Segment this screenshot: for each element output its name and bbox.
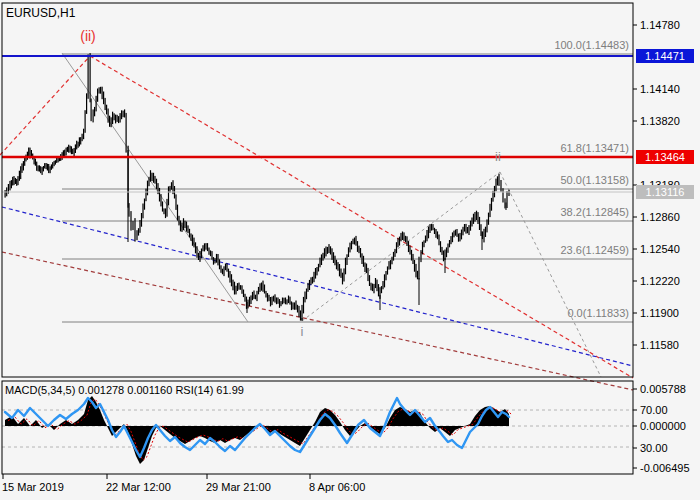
symbol-timeframe-label: EURUSD,H1: [6, 6, 75, 20]
projection-down: [500, 172, 601, 377]
projection-up: [302, 172, 500, 321]
chart-window: EURUSD,H1 MACD(5,34,5) 0.001278 0.001160…: [0, 0, 700, 500]
price-chart-canvas[interactable]: [0, 0, 700, 500]
indicator-panel: [2, 396, 633, 464]
indicator-values-label: MACD(5,34,5) 0.001278 0.001160 RSI(14) 6…: [5, 384, 244, 396]
candles-layer: [5, 53, 510, 321]
horizontal-levels: [2, 56, 633, 192]
red-rising-wedge: [0, 56, 90, 155]
red-falling-wedge: [90, 56, 633, 378]
blue-channel-upper: [2, 207, 633, 366]
